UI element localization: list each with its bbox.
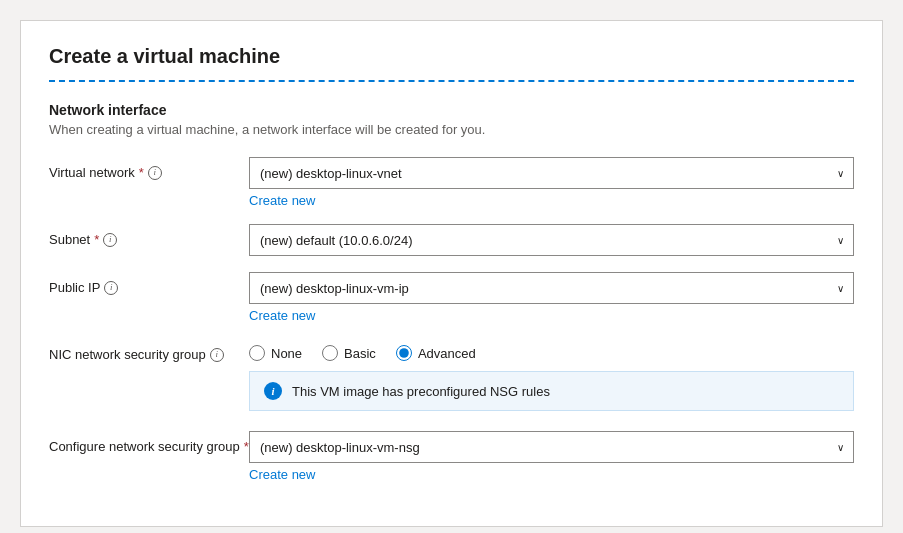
virtual-network-select[interactable]: (new) desktop-linux-vnet <box>249 157 854 189</box>
nic-nsg-none-label: None <box>271 346 302 361</box>
virtual-network-label: Virtual network * i <box>49 157 249 180</box>
nsg-info-box-icon: i <box>264 382 282 400</box>
subnet-required-star: * <box>94 232 99 247</box>
nsg-info-box: i This VM image has preconfigured NSG ru… <box>249 371 854 411</box>
subnet-label: Subnet * i <box>49 224 249 247</box>
section-description: When creating a virtual machine, a netwo… <box>49 122 854 137</box>
nic-nsg-basic-radio[interactable] <box>322 345 338 361</box>
nic-nsg-advanced-option[interactable]: Advanced <box>396 345 476 361</box>
configure-nsg-select[interactable]: (new) desktop-linux-vm-nsg <box>249 431 854 463</box>
required-star: * <box>139 165 144 180</box>
virtual-network-dropdown-wrapper: (new) desktop-linux-vnet ∨ <box>249 157 854 189</box>
nic-nsg-none-radio[interactable] <box>249 345 265 361</box>
section-title: Network interface <box>49 102 854 118</box>
subnet-row: Subnet * i (new) default (10.0.6.0/24) ∨ <box>49 224 854 256</box>
configure-nsg-control: (new) desktop-linux-vm-nsg ∨ Create new <box>249 431 854 482</box>
virtual-network-info-icon[interactable]: i <box>148 166 162 180</box>
subnet-info-icon[interactable]: i <box>103 233 117 247</box>
nic-nsg-basic-label: Basic <box>344 346 376 361</box>
page-title: Create a virtual machine <box>49 45 854 68</box>
nic-nsg-basic-option[interactable]: Basic <box>322 345 376 361</box>
public-ip-dropdown-wrapper: (new) desktop-linux-vm-ip ∨ <box>249 272 854 304</box>
configure-nsg-dropdown-wrapper: (new) desktop-linux-vm-nsg ∨ <box>249 431 854 463</box>
configure-nsg-row: Configure network security group * (new)… <box>49 431 854 482</box>
subnet-dropdown-wrapper: (new) default (10.0.6.0/24) ∨ <box>249 224 854 256</box>
subnet-select[interactable]: (new) default (10.0.6.0/24) <box>249 224 854 256</box>
nic-nsg-control: None Basic Advanced i This VM image has … <box>249 339 854 411</box>
nic-nsg-label: NIC network security group i <box>49 339 249 362</box>
public-ip-label: Public IP i <box>49 272 249 295</box>
public-ip-row: Public IP i (new) desktop-linux-vm-ip ∨ … <box>49 272 854 323</box>
virtual-network-row: Virtual network * i (new) desktop-linux-… <box>49 157 854 208</box>
configure-nsg-label: Configure network security group * <box>49 431 249 454</box>
virtual-network-create-new-link[interactable]: Create new <box>249 193 854 208</box>
public-ip-info-icon[interactable]: i <box>104 281 118 295</box>
nic-nsg-advanced-radio[interactable] <box>396 345 412 361</box>
nic-nsg-advanced-label: Advanced <box>418 346 476 361</box>
public-ip-control: (new) desktop-linux-vm-ip ∨ Create new <box>249 272 854 323</box>
nic-nsg-radio-group: None Basic Advanced <box>249 339 854 361</box>
public-ip-create-new-link[interactable]: Create new <box>249 308 854 323</box>
section-divider <box>49 80 854 82</box>
public-ip-select[interactable]: (new) desktop-linux-vm-ip <box>249 272 854 304</box>
nic-nsg-row: NIC network security group i None Basic … <box>49 339 854 411</box>
subnet-control: (new) default (10.0.6.0/24) ∨ <box>249 224 854 256</box>
configure-nsg-create-new-link[interactable]: Create new <box>249 467 854 482</box>
create-vm-card: Create a virtual machine Network interfa… <box>20 20 883 527</box>
nsg-info-message: This VM image has preconfigured NSG rule… <box>292 384 550 399</box>
nic-nsg-info-icon[interactable]: i <box>210 348 224 362</box>
nic-nsg-none-option[interactable]: None <box>249 345 302 361</box>
virtual-network-control: (new) desktop-linux-vnet ∨ Create new <box>249 157 854 208</box>
